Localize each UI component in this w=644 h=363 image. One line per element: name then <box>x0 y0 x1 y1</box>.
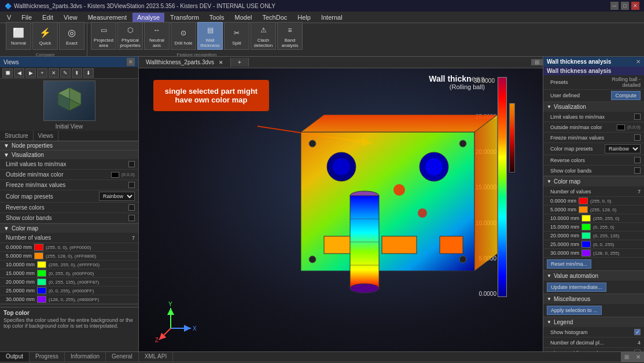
color-range-0: 0.0000 mm <box>6 244 32 250</box>
rp-legend-header[interactable]: ▼ Legend <box>543 317 644 327</box>
color-swatch-5[interactable] <box>37 287 46 294</box>
reverse-colors-checkbox[interactable] <box>128 204 135 211</box>
rp-cm-presets-select[interactable]: Rainbow <box>605 144 641 153</box>
views-tool-5[interactable]: ✕ <box>49 68 59 78</box>
tab-structure[interactable]: Structure <box>0 131 34 141</box>
tool-wall-thickness[interactable]: ▤ Wall thickness <box>197 22 223 50</box>
tab-views[interactable]: Views <box>34 131 59 141</box>
color-swatch-2[interactable] <box>37 261 46 268</box>
maximize-button[interactable]: □ <box>621 2 629 10</box>
show-histogram-checkbox[interactable]: ✓ <box>634 329 641 335</box>
rp-cs-3[interactable] <box>582 223 591 230</box>
title-bar-left: 🔷 Wallthickness_2parts.3dvs - Kisters 3D… <box>5 3 275 9</box>
menu-tools[interactable]: Tools <box>205 13 229 22</box>
tool-band-analysis[interactable]: ≡ Band analysis <box>277 22 303 50</box>
output-tab-progress[interactable]: Progress <box>30 352 65 362</box>
rp-freeze-checkbox[interactable] <box>634 134 641 141</box>
tool-projected-area[interactable]: ▭ Projected area <box>91 22 116 50</box>
freeze-values-checkbox[interactable] <box>128 182 135 188</box>
rp-outside-swatch[interactable] <box>617 124 625 130</box>
output-close-btn[interactable]: ✕ <box>632 352 644 362</box>
menu-transform[interactable]: Transform <box>165 13 204 22</box>
rp-cs-1[interactable] <box>579 206 588 213</box>
viewport-canvas[interactable]: Wall thickness (Rolling ball) 30.0000 25… <box>139 68 543 351</box>
visualization-header[interactable]: ▼ Visualization <box>0 151 138 159</box>
rp-show-bands-checkbox[interactable] <box>634 167 641 174</box>
thumbnail-label: Initial View <box>56 123 83 130</box>
output-tab-general[interactable]: General <box>106 352 139 362</box>
menu-file[interactable]: File <box>17 13 36 22</box>
num-values-label: Number of values <box>6 234 130 241</box>
views-tool-2[interactable]: ◀ <box>14 68 24 78</box>
output-tab-xml[interactable]: XML API <box>139 352 174 362</box>
rp-viz-header[interactable]: ▼ Visualization <box>543 102 644 112</box>
views-tool-4[interactable]: + <box>37 68 47 78</box>
drill-hole-label: Drill hole <box>174 41 192 46</box>
tool-neutral-axis[interactable]: ↔ Neutral axis <box>144 22 170 50</box>
rp-limit-checkbox[interactable] <box>634 113 641 120</box>
rp-cs-4[interactable] <box>582 232 591 239</box>
rp-va-header[interactable]: ▼ Value automation <box>543 271 644 281</box>
tool-normal[interactable]: ⬜ Normal <box>6 22 31 50</box>
output-expand-btn[interactable]: ⊞ <box>621 352 632 362</box>
menu-v[interactable]: V <box>2 13 16 22</box>
rp-cs-0[interactable] <box>579 197 588 204</box>
rp-cs-5[interactable] <box>582 241 591 248</box>
minimize-button[interactable]: ─ <box>610 2 619 10</box>
color-swatch-6[interactable] <box>37 296 46 303</box>
compute-button[interactable]: Compute <box>611 91 641 100</box>
menu-model[interactable]: Model <box>230 13 257 22</box>
views-tool-3[interactable]: ▶ <box>25 68 36 78</box>
reset-minmax-button[interactable]: Reset min/ma... <box>547 259 591 269</box>
limit-values-checkbox[interactable] <box>128 161 135 167</box>
equidistant-label: Show equidistant values <box>550 350 632 352</box>
viewport-tab-new[interactable]: + <box>231 58 249 67</box>
rp-close-btn[interactable]: ✕ <box>636 58 641 65</box>
thumbnail-image[interactable] <box>43 80 95 121</box>
views-tool-8[interactable]: ⬇ <box>83 68 94 78</box>
rp-cm-header[interactable]: ▼ Color map <box>543 177 644 186</box>
rp-cs-6[interactable] <box>582 250 591 256</box>
color-swatch-4[interactable] <box>37 278 46 285</box>
tool-exact[interactable]: ◎ Exact <box>59 22 84 50</box>
color-map-header[interactable]: ▼ Color map <box>0 224 138 233</box>
menu-view[interactable]: View <box>59 13 82 22</box>
output-tab-information[interactable]: Information <box>65 352 106 362</box>
title-bar-controls[interactable]: ─ □ ✕ <box>610 2 639 10</box>
close-button[interactable]: ✕ <box>631 2 639 10</box>
rp-reverse-checkbox[interactable] <box>634 157 641 163</box>
color-swatch-1[interactable] <box>34 252 43 259</box>
viewport-tab-main[interactable]: Wallthickness_2parts.3dvs ✕ <box>139 58 231 67</box>
update-intermediate-button[interactable]: Update intermediate... <box>547 283 606 292</box>
panel-close-btn[interactable]: ✕ <box>127 58 135 66</box>
tool-quick[interactable]: ⚡ Quick <box>32 22 58 50</box>
views-tool-7[interactable]: ⬆ <box>72 68 82 78</box>
tool-clash-detection[interactable]: ⚠ Clash detection <box>251 22 276 50</box>
node-properties-header[interactable]: ▼ Node properties <box>0 141 138 150</box>
color-swatch-3[interactable] <box>37 270 46 277</box>
viewport-tab-close[interactable]: ✕ <box>219 60 223 65</box>
menu-analyse[interactable]: Analyse <box>133 13 164 22</box>
color-swatch-0[interactable] <box>34 244 43 251</box>
menu-help[interactable]: Help <box>293 13 315 22</box>
views-tool-1[interactable]: 🔲 <box>2 68 13 78</box>
color-range-6: 30.0000 mm <box>6 296 35 302</box>
show-bands-checkbox[interactable] <box>128 215 135 221</box>
tool-physical-props[interactable]: ⬡ Physical properties <box>117 22 143 50</box>
menu-techdoc[interactable]: TechDoc <box>257 13 292 22</box>
viewport-expand-btn[interactable]: ⊞ <box>531 59 543 65</box>
tool-drill-hole[interactable]: ⊙ Drill hole <box>171 22 196 50</box>
menu-measurement[interactable]: Measurement <box>83 13 131 22</box>
presets-row: Presets Rolling ball - detailed <box>543 75 644 90</box>
menu-internal[interactable]: Internal <box>317 13 347 22</box>
menu-edit[interactable]: Edit <box>38 13 58 22</box>
views-tool-6[interactable]: ✎ <box>60 68 71 78</box>
rp-cs-2[interactable] <box>582 215 591 222</box>
rp-misc-header[interactable]: ▼ Miscellaneous <box>543 294 644 304</box>
equidistant-checkbox[interactable] <box>634 350 641 351</box>
outside-color-swatch[interactable] <box>111 172 119 178</box>
color-map-presets-select[interactable]: Rainbow <box>99 192 135 201</box>
apply-selection-button[interactable]: Apply selection to ... <box>547 306 602 315</box>
tool-split[interactable]: ✂ Split <box>224 22 249 50</box>
output-tab-output[interactable]: Output <box>0 352 30 362</box>
